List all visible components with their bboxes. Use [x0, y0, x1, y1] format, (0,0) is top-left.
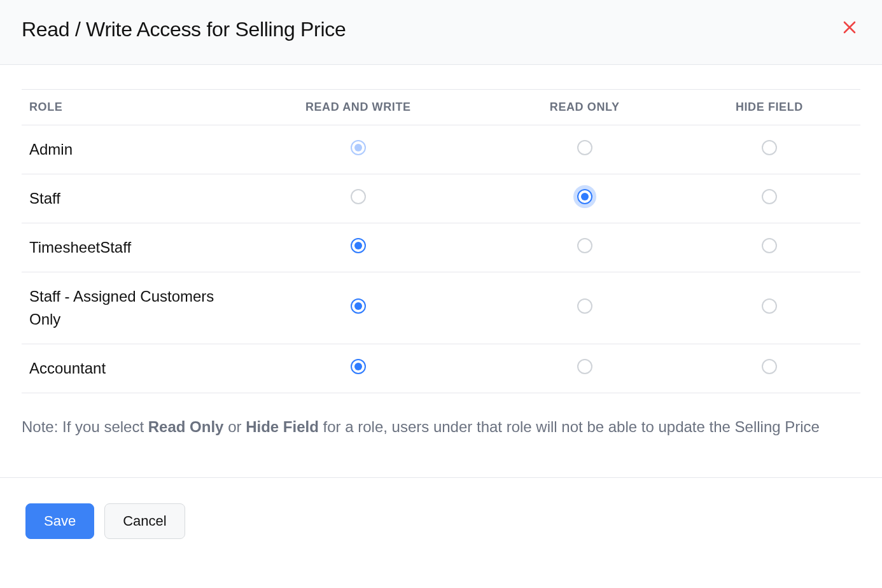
role-name: Staff - Assigned Customers Only: [22, 272, 225, 344]
radio-read_only[interactable]: [577, 298, 592, 314]
radio-read_write[interactable]: [351, 359, 366, 374]
radio-read_only[interactable]: [577, 238, 592, 253]
permissions-table: ROLE READ AND WRITE READ ONLY HIDE FIELD…: [22, 89, 860, 393]
table-row: Admin: [22, 125, 860, 174]
radio-read_only[interactable]: [577, 189, 592, 204]
radio-hide_field[interactable]: [762, 359, 777, 374]
radio-hide_field[interactable]: [762, 189, 777, 204]
modal-footer: Save Cancel: [0, 477, 882, 577]
radio-hide_field[interactable]: [762, 140, 777, 155]
modal-body: ROLE READ AND WRITE READ ONLY HIDE FIELD…: [0, 89, 882, 439]
radio-read_write[interactable]: [351, 238, 366, 253]
table-row: Staff: [22, 174, 860, 223]
radio-read_write[interactable]: [351, 189, 366, 204]
col-role: ROLE: [22, 90, 225, 125]
radio-read_write[interactable]: [351, 298, 366, 314]
modal-title: Read / Write Access for Selling Price: [22, 18, 346, 41]
note-text: Note: If you select Read Only or Hide Fi…: [22, 415, 860, 439]
radio-read_only[interactable]: [577, 140, 592, 155]
role-name: Staff: [22, 174, 225, 223]
col-read-write: READ AND WRITE: [225, 90, 491, 125]
save-button[interactable]: Save: [25, 503, 94, 539]
table-row: Accountant: [22, 344, 860, 393]
role-name: Admin: [22, 125, 225, 174]
radio-hide_field[interactable]: [762, 238, 777, 253]
table-row: Staff - Assigned Customers Only: [22, 272, 860, 344]
col-hide-field: HIDE FIELD: [678, 90, 860, 125]
radio-hide_field[interactable]: [762, 298, 777, 314]
radio-read_only[interactable]: [577, 359, 592, 374]
radio-read_write[interactable]: [351, 140, 366, 155]
col-read-only: READ ONLY: [491, 90, 678, 125]
role-name: TimesheetStaff: [22, 223, 225, 272]
close-icon[interactable]: [839, 20, 860, 37]
modal-header: Read / Write Access for Selling Price: [0, 0, 882, 65]
table-row: TimesheetStaff: [22, 223, 860, 272]
cancel-button[interactable]: Cancel: [104, 503, 185, 539]
role-name: Accountant: [22, 344, 225, 393]
